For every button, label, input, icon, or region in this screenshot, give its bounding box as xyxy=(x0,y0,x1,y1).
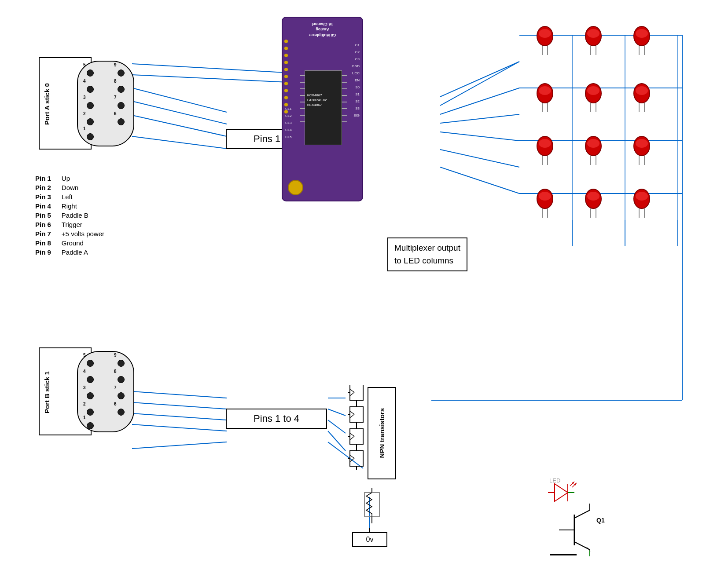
led-r4c1 xyxy=(537,189,553,218)
mux-gold-circle xyxy=(288,180,303,195)
pin7-num-label: 7 xyxy=(114,95,117,100)
svg-point-86 xyxy=(636,192,648,201)
svg-point-46 xyxy=(587,29,599,38)
led-r3c1 xyxy=(537,136,553,165)
mux-board: HCX4067LAB3741.02HEX4067 C0 MultiplexerA… xyxy=(282,17,363,201)
mux-pads-left xyxy=(284,40,288,117)
npn-label: NPN transistors xyxy=(378,408,386,458)
svg-line-111 xyxy=(350,455,354,458)
svg-point-74 xyxy=(636,139,648,148)
svg-point-54 xyxy=(539,86,551,95)
pin-6-dot xyxy=(118,118,125,125)
pin-1-dot xyxy=(87,133,94,140)
svg-marker-130 xyxy=(586,547,591,551)
svg-point-70 xyxy=(587,139,599,148)
pin1-function: Up xyxy=(56,174,110,183)
pin2-label: Pin 2 xyxy=(30,183,56,192)
pin1-num-label: 1 xyxy=(83,126,86,131)
pin1-label: Pin 1 xyxy=(30,174,56,183)
port-a-label: Port A stick 0 xyxy=(43,62,51,146)
pin-table: Pin 1Up Pin 2Down Pin 3Left Pin 4Right P… xyxy=(30,174,110,257)
svg-rect-107 xyxy=(350,451,363,466)
svg-line-105 xyxy=(350,433,354,436)
pins-bottom-label-box: Pins 1 to 4 xyxy=(226,409,327,429)
pin-7-dot xyxy=(118,102,125,109)
pin9-label: Pin 9 xyxy=(30,248,56,257)
svg-point-82 xyxy=(587,192,599,201)
pin2-num-label: 2 xyxy=(83,111,86,116)
mux-output-label-box: Multiplexer outputto LED columns xyxy=(387,237,467,271)
svg-line-15 xyxy=(440,150,519,167)
svg-point-66 xyxy=(539,139,551,148)
svg-line-128 xyxy=(574,542,590,550)
svg-rect-95 xyxy=(350,407,363,422)
resistor-symbol xyxy=(361,488,383,523)
svg-line-1 xyxy=(132,115,227,136)
port-b-label: Port B stick 1 xyxy=(43,353,51,432)
pin-4-dot xyxy=(87,86,94,93)
mux-output-label: Multiplexer outputto LED columns xyxy=(394,243,460,265)
pin5-label: Pin 5 xyxy=(30,211,56,220)
pin4-num-label: 4 xyxy=(83,79,86,84)
svg-line-30 xyxy=(132,391,227,398)
svg-line-33 xyxy=(328,409,346,416)
b-pin-7-dot xyxy=(118,392,125,399)
svg-line-106 xyxy=(350,436,354,440)
svg-line-29 xyxy=(132,402,227,409)
ground-box: 0v xyxy=(352,532,387,547)
svg-point-58 xyxy=(587,86,599,95)
led-text-label: LED xyxy=(549,477,560,484)
svg-line-0 xyxy=(132,136,227,149)
svg-line-99 xyxy=(350,411,354,414)
svg-rect-101 xyxy=(350,429,363,444)
led-r2c1 xyxy=(537,84,553,112)
pin-3-dot xyxy=(87,102,94,109)
pin5-num-label: 5 xyxy=(83,62,86,67)
chip-text: HCX4067LAB3741.02HEX4067 xyxy=(307,93,327,108)
b-pin-8-dot xyxy=(118,376,125,383)
svg-line-35 xyxy=(328,431,346,451)
svg-line-2 xyxy=(132,101,227,124)
svg-line-13 xyxy=(440,114,519,123)
pin2-function: Down xyxy=(56,183,110,192)
pin9-num-label: 9 xyxy=(114,62,117,67)
svg-line-3 xyxy=(132,88,227,112)
pin8-function: Ground xyxy=(56,238,110,248)
pin-5-dot xyxy=(87,69,94,77)
svg-line-28 xyxy=(132,413,227,420)
pin7-function: +5 volts power xyxy=(56,229,110,238)
pin4-label: Pin 4 xyxy=(30,201,56,211)
pin4-function: Right xyxy=(56,201,110,211)
led-r3c3 xyxy=(634,136,650,165)
svg-line-31 xyxy=(132,442,227,449)
npn-box: NPN transistors xyxy=(368,387,396,479)
led-r1c3 xyxy=(634,26,650,55)
pin9-function: Paddle A xyxy=(56,248,110,257)
svg-line-12 xyxy=(440,88,519,114)
svg-point-78 xyxy=(539,192,551,201)
transistor-q1 xyxy=(555,501,612,559)
b-pin-1-dot xyxy=(87,422,94,429)
pin3-function: Left xyxy=(56,192,110,201)
pin6-function: Trigger xyxy=(56,220,110,229)
pin5-function: Paddle B xyxy=(56,211,110,220)
pin-8-dot xyxy=(118,86,125,93)
diagram-container: Port A stick 0 5 9 4 8 3 7 2 6 1 Pin 1Up… xyxy=(0,0,706,588)
port-a-connector: 5 9 4 8 3 7 2 6 1 xyxy=(77,61,134,146)
svg-line-93 xyxy=(350,389,354,392)
svg-point-50 xyxy=(636,29,648,38)
led-matrix xyxy=(528,18,695,229)
svg-line-94 xyxy=(350,392,354,396)
pin-2-dot xyxy=(87,118,94,125)
svg-line-112 xyxy=(350,458,354,462)
led-r2c2 xyxy=(585,84,601,112)
b-pin-2-dot xyxy=(87,409,94,416)
led-r4c3 xyxy=(634,189,650,218)
pin8-label: Pin 8 xyxy=(30,238,56,248)
led-r2c3 xyxy=(634,84,650,112)
svg-line-10 xyxy=(440,62,519,97)
pin-9-dot xyxy=(118,69,125,77)
svg-marker-116 xyxy=(555,484,568,501)
led-r4c2 xyxy=(585,189,601,218)
svg-point-62 xyxy=(636,86,648,95)
